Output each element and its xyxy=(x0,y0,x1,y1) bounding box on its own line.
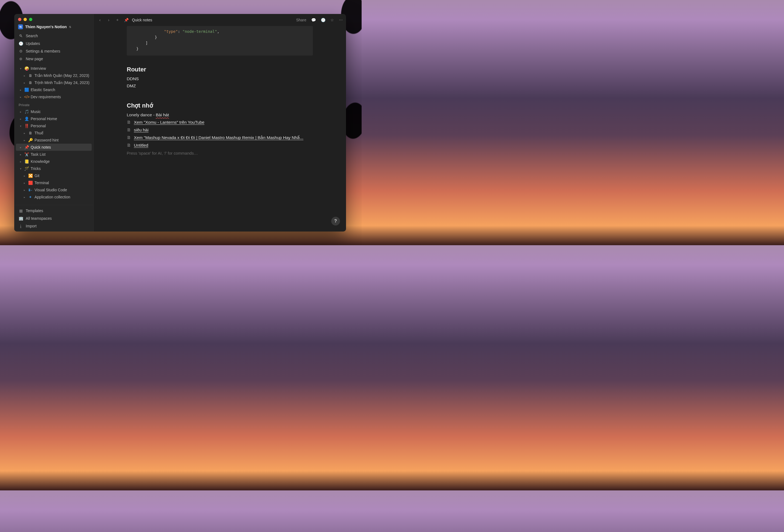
sidebar-item-music[interactable]: ▸ 🎵 Music xyxy=(16,108,92,115)
notebook-icon: 📒 xyxy=(24,159,29,164)
document-icon: 🗎 xyxy=(28,80,33,85)
help-button[interactable]: ? xyxy=(331,217,340,225)
chevron-right-icon[interactable]: ▸ xyxy=(23,196,26,199)
app-window: N Thien Nguyen's Notion ⇅ 🔍︎ Search 🕘 Up… xyxy=(14,14,346,231)
sidebar-item-interview-2[interactable]: ▸ 🗎 Trịnh Minh Tuấn (May 24, 2023) xyxy=(16,79,92,86)
share-button[interactable]: Share xyxy=(296,18,306,22)
private-section-label: Private xyxy=(16,101,92,108)
chevron-right-icon[interactable]: ▸ xyxy=(23,174,26,177)
sidebar-item-tricks[interactable]: ▾ 🪄 Tricks xyxy=(16,165,92,172)
sidebar-item-terminal[interactable]: ▸ 🟥 Terminal xyxy=(16,179,92,186)
sidebar-item-personal[interactable]: ▾ ‼️ Personal xyxy=(16,122,92,130)
sidebar-item-interview-1[interactable]: ▸ 🗎 Trần Minh Quân (May 22, 2023) xyxy=(16,72,92,79)
chevron-right-icon[interactable]: ▸ xyxy=(19,153,23,156)
sidebar-item-appcoll[interactable]: ▸ ✦ Application collection xyxy=(16,194,92,201)
page-link-title: Xem "Mashup Nevada x Đi Đi Đi | Daniel M… xyxy=(134,135,303,140)
code-icon: </> xyxy=(24,95,29,99)
minimize-window-button[interactable] xyxy=(24,18,27,21)
code-block[interactable]: . "type": "node-terminal", } ] } xyxy=(127,26,313,56)
terminal-icon: 🟥 xyxy=(28,180,33,185)
sidebar-item-password-hint[interactable]: ▸ 🔑 Password hint xyxy=(16,137,92,144)
nav-search[interactable]: 🔍︎ Search xyxy=(16,32,92,40)
nav-settings[interactable]: ⚙ Settings & members xyxy=(16,47,92,55)
nav-label: Settings & members xyxy=(26,49,60,53)
stack-icon: 🟦 xyxy=(24,88,29,92)
nav-label: Search xyxy=(26,34,38,38)
download-icon: ⭳ xyxy=(19,224,23,228)
clock-icon: 🕘 xyxy=(19,41,23,46)
workspace-switcher[interactable]: N Thien Nguyen's Notion ⇅ xyxy=(14,23,93,32)
sidebar-item-interview[interactable]: ▾ 🤪 Interview xyxy=(16,65,92,72)
tree-label: Tricks xyxy=(31,166,41,171)
sidebar-item-thue[interactable]: ▸ 🗎 Thuế xyxy=(16,130,92,137)
page-link[interactable]: 🗎 siêu hài xyxy=(127,126,313,134)
nav-import[interactable]: ⭳ Import xyxy=(16,222,92,230)
tree-label: Personal xyxy=(31,124,46,128)
chevron-right-icon[interactable]: ▸ xyxy=(19,110,23,113)
chevron-right-icon[interactable]: ▸ xyxy=(23,181,26,185)
comments-icon[interactable]: 💬 xyxy=(311,18,316,22)
nav-back-button[interactable]: ‹ xyxy=(97,18,103,22)
emoji-icon: 🤪 xyxy=(24,66,29,71)
text-line[interactable]: Lonely dance - Bài hát xyxy=(127,111,313,118)
sidebar-item-personal-home[interactable]: ▸ 👤 Personal Home xyxy=(16,115,92,122)
tree-label: Interview xyxy=(31,66,46,71)
music-icon: 🎵 xyxy=(24,109,29,114)
new-tab-button[interactable]: ＋ xyxy=(114,18,120,23)
more-icon[interactable]: ⋯ xyxy=(339,18,343,22)
tree-label: Music xyxy=(31,109,41,114)
chevron-right-icon[interactable]: ▸ xyxy=(23,74,26,77)
heading-chot-nho[interactable]: Chợt nhớ xyxy=(127,102,313,109)
fullscreen-window-button[interactable] xyxy=(29,18,32,21)
chevron-down-icon[interactable]: ▾ xyxy=(19,67,23,70)
star-icon[interactable]: ☆ xyxy=(330,18,334,22)
page-link[interactable]: 🗎 Xem "Mashup Nevada x Đi Đi Đi | Daniel… xyxy=(127,134,313,141)
nav-templates[interactable]: ▦ Templates xyxy=(16,207,92,215)
chevron-right-icon[interactable]: ▸ xyxy=(23,81,26,84)
code-token: "type" xyxy=(164,29,178,34)
nav-updates[interactable]: 🕘 Updates xyxy=(16,40,92,47)
page-link[interactable]: 🗎 Xem "Xomu - Lanterns" trên YouTube xyxy=(127,118,313,126)
pin-icon: 📌 xyxy=(24,145,29,149)
gear-icon: ⚙ xyxy=(19,49,23,53)
nav-forward-button[interactable]: › xyxy=(106,18,112,22)
chevron-right-icon[interactable]: ▸ xyxy=(23,132,26,135)
editor-placeholder[interactable]: Press 'space' for AI, '/' for commands… xyxy=(127,149,313,156)
tree-label: Knowledge xyxy=(31,159,50,164)
sidebar-item-quick-notes[interactable]: ▸ 📌 Quick notes xyxy=(16,144,92,151)
text-line[interactable]: DDNS xyxy=(127,75,313,82)
chevron-right-icon[interactable]: ▸ xyxy=(23,189,26,192)
sidebar-item-task-list[interactable]: ▸ ✂️ Task List xyxy=(16,151,92,158)
close-window-button[interactable] xyxy=(18,18,21,21)
tree-label: Git xyxy=(34,173,39,178)
main-area: ‹ › ＋ 📌 Quick notes Share 💬 🕘 ☆ ⋯ . "typ… xyxy=(94,14,346,231)
chevron-right-icon[interactable]: ▸ xyxy=(19,95,23,99)
tree-label: Task List xyxy=(31,152,46,157)
chevron-down-icon[interactable]: ▾ xyxy=(19,124,23,128)
tree-label: Trần Minh Quân (May 22, 2023) xyxy=(34,73,89,78)
tree-label: Visual Studio Code xyxy=(34,188,67,192)
sidebar-item-elastic[interactable]: ▸ 🟦 Elastic Search xyxy=(16,86,92,93)
heading-router[interactable]: Router xyxy=(127,66,313,73)
sidebar-item-knowledge[interactable]: ▸ 📒 Knowledge xyxy=(16,158,92,165)
sidebar-item-vscode[interactable]: ▸ �ⲻ Visual Studio Code xyxy=(16,186,92,194)
chevron-right-icon[interactable]: ▸ xyxy=(19,88,23,91)
nav-new-page[interactable]: ⊕ New page xyxy=(16,55,92,63)
text-line[interactable]: DMZ xyxy=(127,82,313,89)
chevron-right-icon[interactable]: ▸ xyxy=(19,146,23,149)
nav-label: Updates xyxy=(26,41,40,46)
tree-label: Password hint xyxy=(34,138,59,142)
chevron-down-icon[interactable]: ▾ xyxy=(19,167,23,170)
history-icon[interactable]: 🕘 xyxy=(321,18,326,22)
chevron-right-icon[interactable]: ▸ xyxy=(19,117,23,120)
tree-label: Dev requirements xyxy=(31,95,61,99)
sidebar-item-git[interactable]: ▸ 🔀 Git xyxy=(16,172,92,179)
building-icon: 🏢 xyxy=(19,216,23,221)
page-link[interactable]: 🗎 Untitled xyxy=(127,141,313,149)
chevron-right-icon[interactable]: ▸ xyxy=(23,139,26,142)
chevron-right-icon[interactable]: ▸ xyxy=(19,160,23,163)
page-content[interactable]: . "type": "node-terminal", } ] } Router … xyxy=(94,26,346,231)
nav-teamspaces[interactable]: 🏢 All teamspaces xyxy=(16,215,92,222)
breadcrumb-title[interactable]: Quick notes xyxy=(132,18,152,22)
sidebar-item-devreq[interactable]: ▸ </> Dev requirements xyxy=(16,93,92,101)
